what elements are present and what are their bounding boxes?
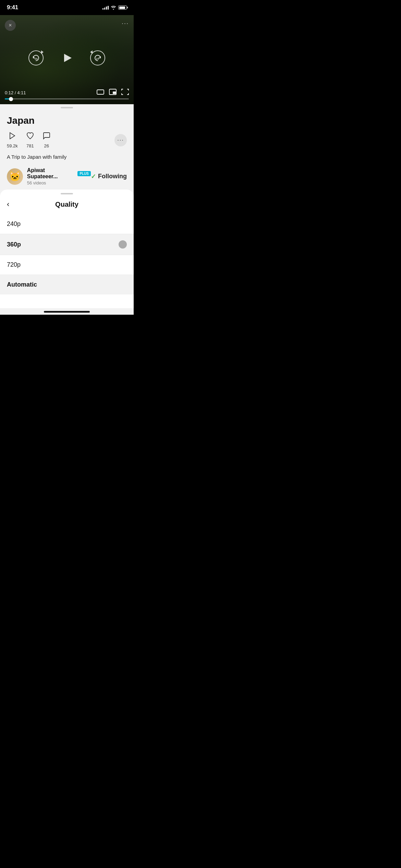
more-button[interactable]: ··· <box>122 20 129 27</box>
sheet-title: Quality <box>55 201 78 208</box>
quality-list: 240p 360p 720p Automatic <box>0 214 134 294</box>
video-title: Japan <box>7 115 127 126</box>
check-icon: ✓ <box>91 173 96 180</box>
forward-label: 10 <box>96 57 99 60</box>
home-indicator-area <box>0 308 134 315</box>
avatar-image: 🐱 <box>9 172 21 181</box>
video-description: A Trip to Japan with family <box>7 153 127 160</box>
forward-circle-icon: 10 <box>90 50 105 65</box>
plus-badge: PLUS <box>77 171 91 176</box>
battery-icon <box>118 5 127 10</box>
drag-pill <box>61 107 73 108</box>
views-stat[interactable]: 59.2k <box>7 132 18 148</box>
svg-rect-4 <box>113 92 116 94</box>
comments-count: 26 <box>44 143 49 148</box>
more-icon: ··· <box>122 20 129 27</box>
forward-10-button[interactable]: 10 <box>89 49 106 67</box>
svg-marker-5 <box>10 133 15 139</box>
video-controls: 10 10 <box>27 49 106 67</box>
creator-details: Apiwat Supateeer... PLUS 56 videos <box>27 167 91 185</box>
drag-handle[interactable] <box>0 104 134 110</box>
progress-thumb[interactable] <box>9 97 13 101</box>
airplay-button[interactable] <box>97 89 104 96</box>
avatar: 🐱 <box>7 168 23 185</box>
signal-icon <box>102 5 109 10</box>
play-icon <box>8 132 16 142</box>
play-button[interactable] <box>58 49 75 67</box>
replay-circle-icon: 10 <box>28 50 44 65</box>
status-icons <box>102 5 127 10</box>
video-bottom-controls: 0:12 / 4:11 <box>0 89 134 104</box>
status-time: 9:41 <box>7 4 18 11</box>
comment-icon <box>42 132 51 142</box>
following-button[interactable]: ✓ Following <box>91 173 127 180</box>
quality-label-360p: 360p <box>7 241 21 248</box>
views-count: 59.2k <box>7 143 18 148</box>
wifi-icon <box>111 5 116 10</box>
comments-stat[interactable]: 26 <box>42 132 51 148</box>
stats-left: 59.2k 781 26 <box>7 132 51 148</box>
likes-count: 781 <box>26 143 34 148</box>
progress-bar[interactable] <box>5 98 129 99</box>
more-dots-icon: ··· <box>117 137 124 143</box>
video-player[interactable]: × ··· 10 <box>0 15 134 104</box>
quality-label-720p: 720p <box>7 261 21 268</box>
sheet-pill <box>61 193 73 194</box>
quality-label-240p: 240p <box>7 220 21 228</box>
quality-sheet: ‹ Quality 240p 360p 720p Automatic <box>0 190 134 308</box>
svg-rect-1 <box>97 90 104 94</box>
quality-label-automatic: Automatic <box>7 281 37 288</box>
back-button[interactable]: ‹ <box>7 200 9 209</box>
quality-item-240p[interactable]: 240p <box>0 214 134 234</box>
content-area: Japan 59.2k 78 <box>0 104 134 315</box>
creator-name: Apiwat Supateeer... <box>27 167 76 180</box>
video-stats-row: 59.2k 781 26 <box>7 132 127 148</box>
svg-marker-0 <box>64 54 72 62</box>
creator-row: 🐱 Apiwat Supateeer... PLUS 56 videos ✓ F… <box>7 167 127 185</box>
heart-icon <box>26 132 34 142</box>
close-button[interactable]: × <box>5 20 16 31</box>
fullscreen-button[interactable] <box>121 89 129 96</box>
pip-button[interactable] <box>109 89 117 96</box>
following-label: Following <box>98 173 127 180</box>
close-icon: × <box>9 22 12 28</box>
quality-item-720p[interactable]: 720p <box>0 255 134 275</box>
sheet-header: ‹ Quality <box>0 196 134 214</box>
quality-radio-360p <box>119 240 127 249</box>
quality-item-360p[interactable]: 360p <box>0 234 134 255</box>
video-time-display: 0:12 / 4:11 <box>5 90 26 95</box>
sheet-handle <box>0 190 134 196</box>
video-title-section: Japan 59.2k 78 <box>0 110 134 193</box>
status-bar: 9:41 <box>0 0 134 15</box>
replay-10-button[interactable]: 10 <box>27 49 45 67</box>
likes-stat[interactable]: 781 <box>26 132 34 148</box>
replay-label: 10 <box>35 57 38 60</box>
creator-video-count: 56 videos <box>27 180 91 185</box>
home-indicator <box>44 311 90 313</box>
creator-info-section[interactable]: 🐱 Apiwat Supateeer... PLUS 56 videos <box>7 167 91 185</box>
quality-item-automatic[interactable]: Automatic <box>0 275 134 294</box>
options-button[interactable]: ··· <box>114 134 127 146</box>
